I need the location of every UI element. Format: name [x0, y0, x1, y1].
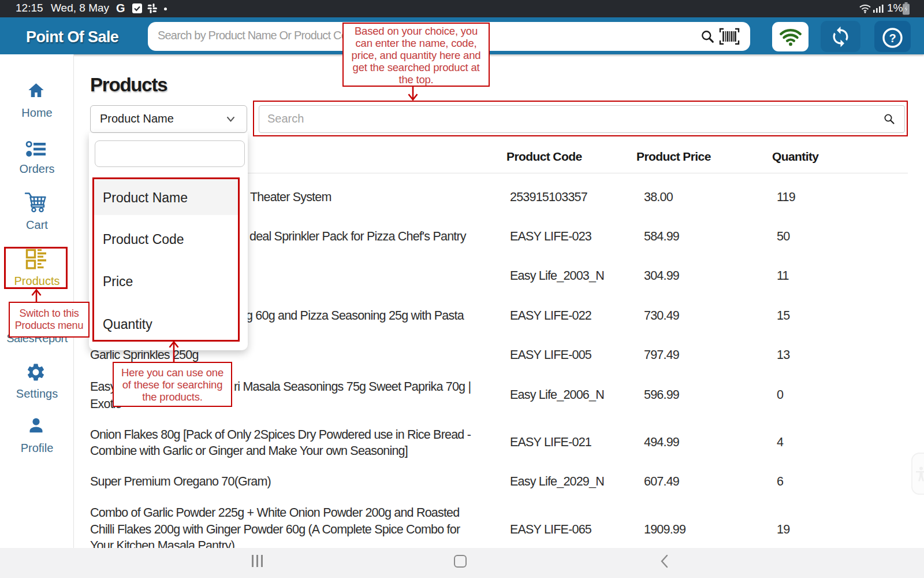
svg-text:?: ?	[889, 32, 896, 45]
